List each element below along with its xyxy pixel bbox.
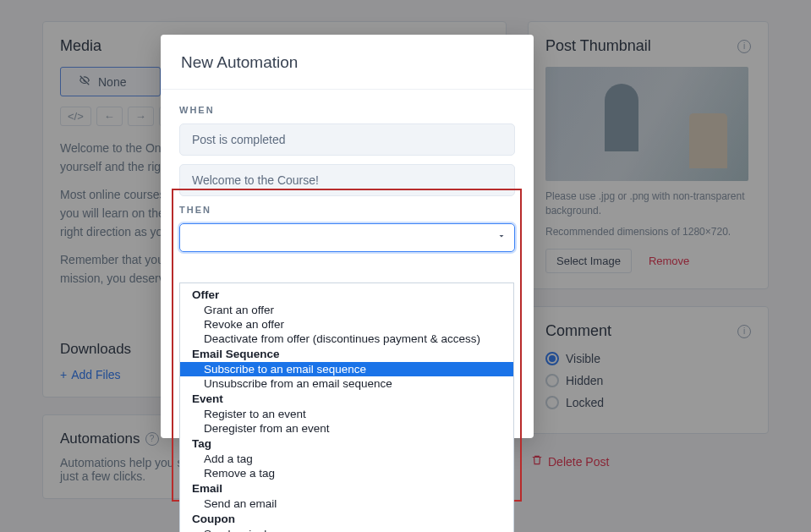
then-action-dropdown[interactable]: OfferGrant an offerRevoke an offerDeacti… bbox=[179, 282, 514, 532]
dropdown-item[interactable]: Add a tag bbox=[180, 452, 513, 466]
dropdown-item[interactable]: Remove a tag bbox=[180, 466, 513, 480]
dropdown-item[interactable]: Deregister from an event bbox=[180, 421, 513, 436]
dropdown-item[interactable]: Send a single-use coupon bbox=[180, 527, 513, 532]
dropdown-group: Tag bbox=[180, 436, 513, 452]
dropdown-group: Offer bbox=[180, 287, 513, 303]
when-target-select[interactable]: Welcome to the Course! bbox=[179, 164, 515, 196]
when-label: WHEN bbox=[179, 105, 515, 115]
dropdown-item[interactable]: Subscribe to an email sequence bbox=[180, 362, 513, 376]
then-action-select[interactable] bbox=[179, 223, 515, 252]
dropdown-item[interactable]: Unsubscribe from an email sequence bbox=[180, 376, 513, 391]
dropdown-item[interactable]: Revoke an offer bbox=[180, 317, 513, 332]
dropdown-group: Coupon bbox=[180, 511, 513, 527]
dropdown-group: Event bbox=[180, 391, 513, 407]
dropdown-item[interactable]: Deactivate from offer (discontinues paym… bbox=[180, 332, 513, 346]
dropdown-item[interactable]: Grant an offer bbox=[180, 303, 513, 317]
chevron-down-icon bbox=[496, 230, 507, 244]
dropdown-item[interactable]: Register to an event bbox=[180, 407, 513, 421]
dropdown-group: Email Sequence bbox=[180, 346, 513, 362]
dropdown-item[interactable]: Send an email bbox=[180, 496, 513, 511]
modal-title: New Automation bbox=[181, 53, 513, 72]
when-condition-select[interactable]: Post is completed bbox=[179, 123, 515, 156]
then-label: THEN bbox=[179, 205, 515, 215]
dropdown-group: Email bbox=[180, 480, 513, 496]
